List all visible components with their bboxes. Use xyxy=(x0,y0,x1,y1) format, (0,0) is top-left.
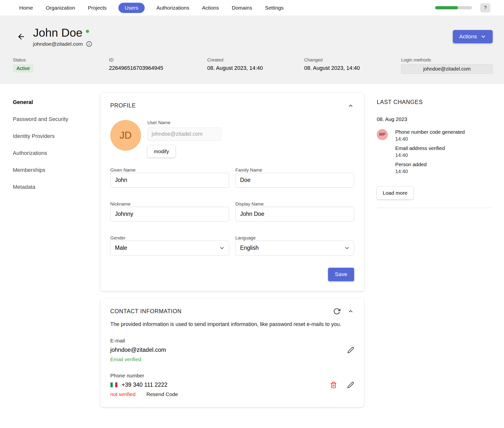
login-methods-label: Login methods xyxy=(401,57,493,63)
language-label: Language xyxy=(236,235,256,240)
chevron-down-icon xyxy=(219,245,225,251)
changed-value: 08. August 2023, 14:40 xyxy=(304,65,401,71)
nickname-input[interactable] xyxy=(110,207,229,221)
trash-icon xyxy=(330,382,337,388)
contact-card: CONTACT INFORMATION xyxy=(100,298,364,407)
user-meta-row: Status Active ID 226496516703964945 Crea… xyxy=(13,57,493,74)
nav-item-organization[interactable]: Organization xyxy=(45,3,76,13)
sidebar-item-memberships[interactable]: Memberships xyxy=(13,167,45,173)
language-select-value: English xyxy=(240,245,259,251)
email-value: johndoe@zitadel.com xyxy=(110,347,166,353)
help-button[interactable]: ? xyxy=(480,3,490,12)
sidebar-item-password-security[interactable]: Password and Security xyxy=(13,116,68,122)
phone-label: Phone number xyxy=(110,373,354,379)
last-changes-title: LAST CHANGES xyxy=(377,99,493,105)
change-event-text: Person added xyxy=(395,162,465,167)
change-event: Phone number code generated 14:40 xyxy=(395,129,465,142)
profile-card: PROFILE JD User Name mod xyxy=(100,93,364,291)
edit-phone-button[interactable] xyxy=(347,382,354,388)
username-input xyxy=(147,128,221,141)
change-event: Email address verified 14:40 xyxy=(395,145,465,158)
edit-email-button[interactable] xyxy=(347,347,354,354)
italy-flag-icon xyxy=(110,382,118,387)
back-button[interactable] xyxy=(16,31,27,42)
chevron-down-icon xyxy=(480,34,486,40)
chevron-up-icon xyxy=(347,102,354,109)
family-name-input[interactable] xyxy=(236,173,354,188)
email-section: E-mail johndoe@zitadel.com Email xyxy=(110,338,354,362)
user-email: johndoe@zitadel.com xyxy=(33,41,83,47)
sidebar-item-identity-providers[interactable]: Identity Providers xyxy=(13,133,55,139)
resend-code-button[interactable]: Resend Code xyxy=(146,391,178,397)
change-event-text: Email address verified xyxy=(395,145,465,151)
nav-item-authorizations[interactable]: Authorizations xyxy=(156,3,190,13)
login-method-chip: johndoe@zitadel.com xyxy=(401,64,493,74)
contact-collapse-button[interactable] xyxy=(347,308,354,315)
nav-item-settings[interactable]: Settings xyxy=(264,3,285,13)
display-name-label: Display Name xyxy=(236,201,264,207)
pencil-icon xyxy=(347,347,354,354)
sidebar-item-general[interactable]: General xyxy=(13,99,33,105)
changes-date: 08. Aug 2023 xyxy=(377,116,493,122)
given-name-label: Given Name xyxy=(110,167,136,173)
refresh-icon xyxy=(333,308,340,315)
nav-item-actions[interactable]: Actions xyxy=(201,3,220,13)
phone-not-verified-status: not verified xyxy=(110,391,136,397)
username-label: User Name xyxy=(147,120,221,125)
id-label: ID xyxy=(109,57,207,63)
language-select[interactable]: English xyxy=(236,241,354,255)
user-avatar: JD xyxy=(110,120,141,151)
phone-section: Phone number +39 340 111 2222 xyxy=(110,373,354,397)
change-event: Person added 14:40 xyxy=(395,162,465,174)
id-value: 226496516703964945 xyxy=(109,65,207,71)
nickname-label: Nickname xyxy=(110,201,130,207)
given-name-input[interactable] xyxy=(110,173,229,188)
nav-item-users[interactable]: Users xyxy=(118,3,145,13)
last-changes-panel: LAST CHANGES 08. Aug 2023 MP Phone numbe… xyxy=(377,93,493,407)
change-event-time: 14:40 xyxy=(395,152,465,158)
gender-select[interactable]: Male xyxy=(110,241,229,255)
created-value: 08. August 2023, 14:40 xyxy=(207,65,304,71)
email-label: E-mail xyxy=(110,338,354,344)
refresh-button[interactable] xyxy=(333,308,340,315)
nav-item-domains[interactable]: Domains xyxy=(231,3,253,13)
nav-item-home[interactable]: Home xyxy=(18,3,34,13)
content-area: General Password and Security Identity P… xyxy=(0,84,504,417)
display-name-input[interactable] xyxy=(236,207,354,221)
actions-button[interactable]: Actions xyxy=(453,30,493,43)
delete-phone-button[interactable] xyxy=(330,382,337,388)
status-badge: Active xyxy=(13,64,33,73)
family-name-label: Family Name xyxy=(236,167,262,173)
active-status-dot xyxy=(86,30,89,33)
email-verified-status: Email verified xyxy=(110,356,354,362)
user-header: John Doe johndoe@zitadel.com Actions xyxy=(0,15,504,84)
top-navigation: Home Organization Projects Users Authori… xyxy=(0,0,504,15)
sidebar-item-authorizations[interactable]: Authorizations xyxy=(13,150,47,156)
created-label: Created xyxy=(207,57,304,63)
pencil-icon xyxy=(347,382,354,388)
change-event-time: 14:40 xyxy=(395,136,465,142)
load-more-button[interactable]: Load more xyxy=(377,187,413,199)
nav-item-projects[interactable]: Projects xyxy=(87,3,108,13)
save-button[interactable]: Save xyxy=(328,268,354,281)
change-author-avatar: MP xyxy=(377,129,388,140)
chevron-down-icon xyxy=(344,245,350,251)
phone-value: +39 340 111 2222 xyxy=(122,382,168,388)
sidebar-item-metadata[interactable]: Metadata xyxy=(13,184,35,190)
panel-divider xyxy=(377,208,493,208)
status-label: Status xyxy=(13,57,109,63)
modify-button[interactable]: modify xyxy=(147,145,175,158)
main-column: PROFILE JD User Name mod xyxy=(100,93,364,407)
chevron-up-icon xyxy=(347,308,354,315)
contact-card-title: CONTACT INFORMATION xyxy=(110,308,182,315)
info-icon[interactable] xyxy=(86,41,92,47)
change-event-time: 14:40 xyxy=(395,168,465,174)
contact-description: The provided information is used to send… xyxy=(110,321,354,327)
profile-card-title: PROFILE xyxy=(110,102,136,109)
gender-select-value: Male xyxy=(115,245,127,251)
progress-fill xyxy=(435,6,458,9)
progress-bar xyxy=(435,6,472,9)
section-sidebar: General Password and Security Identity P… xyxy=(13,93,87,407)
profile-collapse-button[interactable] xyxy=(347,102,354,109)
changed-label: Changed xyxy=(304,57,401,63)
